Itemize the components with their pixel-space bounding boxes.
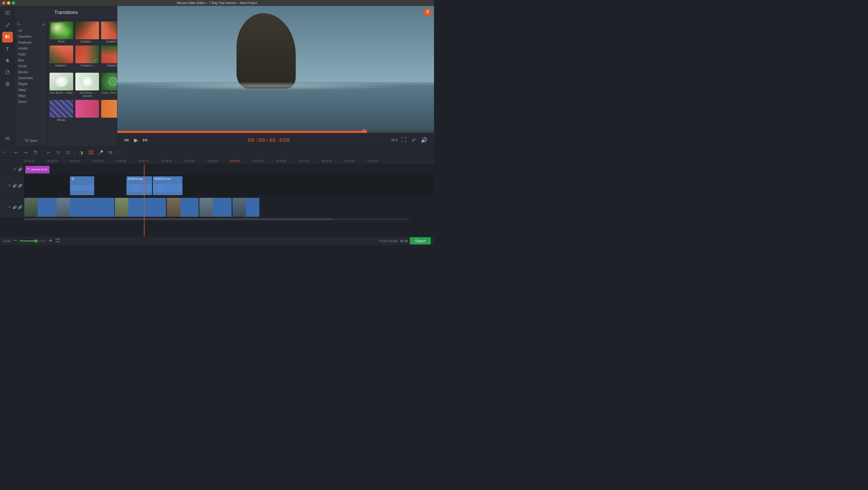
transition-mosaic[interactable]: Mosaic — [50, 100, 73, 122]
maximize-button[interactable] — [12, 1, 15, 5]
export-button[interactable]: Export — [410, 237, 431, 244]
category-blocks[interactable]: Blocks — [15, 69, 47, 75]
title-clip[interactable]: Tᵀ Journey to Ke — [25, 166, 50, 173]
expand-button[interactable]: ⤢ — [410, 136, 417, 144]
fit-to-window-icon[interactable] — [56, 238, 60, 243]
stickers-icon — [5, 69, 10, 76]
transition-flash[interactable]: Flash — [50, 22, 73, 44]
transition-kb-sharp[interactable]: Ken Burns – sharp — [50, 73, 73, 98]
search-close-icon[interactable]: ✕ — [42, 23, 45, 27]
window-controls[interactable] — [2, 1, 15, 5]
clip-thumb-bdmv1 — [24, 198, 38, 217]
main-clip-bdmv9[interactable]: BDMV9.mov — [167, 198, 198, 217]
tool-titles[interactable]: T — [2, 44, 13, 54]
main-track-link-icon[interactable]: 🔗 — [18, 205, 22, 209]
redo-button[interactable]: ↪ — [22, 148, 30, 157]
category-all[interactable]: All — [15, 28, 47, 34]
scale-thumb[interactable] — [34, 239, 37, 242]
timeline-scrollbar-thumb[interactable] — [24, 218, 333, 220]
transition-more2[interactable] — [101, 100, 117, 122]
cut-button[interactable]: ✂ — [44, 148, 53, 157]
transition-lens-center[interactable]: Lens – from center — [101, 73, 117, 98]
scale-decrease-icon[interactable] — [14, 238, 18, 243]
main-track-audio-icon[interactable]: 🔊 — [13, 205, 17, 209]
fullscreen-button[interactable]: ⛶ — [400, 136, 408, 144]
transition-label-kb-sharp: Ken Burns – sharp — [50, 91, 73, 94]
category-wipe[interactable]: Wipe — [15, 93, 47, 99]
transition-gradient-down[interactable]: ↓ Gradient ↓ — [50, 46, 73, 70]
color-button[interactable]: ◑ — [77, 148, 86, 157]
main-clip-bdmv2[interactable]: BDMV2.mov — [57, 198, 114, 217]
transition-thumb-gradient-ur: ↗ — [101, 46, 117, 63]
main-clip-bdmv1[interactable]: BDMV1.mov — [24, 198, 57, 217]
settings-button[interactable]: ⚙ — [106, 148, 115, 157]
minimize-button[interactable] — [7, 1, 10, 5]
transition-gradient-right[interactable]: → Gradient → — [101, 22, 117, 44]
playback-bar: ⏮ ▶ ⏭ 00:00:46.600 16:9 ⛶ ⤢ 🔊 — [117, 133, 434, 146]
tool-audio[interactable] — [2, 134, 13, 144]
scale-slider[interactable] — [20, 240, 46, 241]
image-button[interactable] — [87, 148, 95, 157]
tool-filters[interactable] — [2, 79, 13, 90]
tool-transitions[interactable] — [2, 32, 13, 42]
help-button[interactable]: ? — [424, 9, 431, 16]
transition-thumb-gradient-left: ← — [75, 22, 99, 39]
category-featured[interactable]: Featured — [15, 39, 47, 46]
title-track-visibility-icon[interactable]: 👁 — [13, 168, 17, 172]
transition-row-2: ↓ Gradient ↓ ↙ Gradient ↙ — [50, 46, 115, 70]
tool-magic[interactable] — [2, 20, 13, 31]
upper-clip-bdmv12[interactable]: BDMV12.mov — [153, 176, 182, 195]
play-button[interactable]: ▶ — [133, 136, 139, 144]
category-geometric[interactable]: Geometric — [15, 75, 47, 81]
main-clip-bdmv5[interactable]: BDMV5.mov — [115, 198, 166, 217]
delete-button[interactable] — [31, 148, 40, 157]
tool-media[interactable] — [2, 8, 13, 19]
upper-track-link-icon[interactable]: 🔗 — [18, 183, 22, 188]
clip-thumb-bdmv2 — [57, 198, 70, 217]
volume-button[interactable]: 🔊 — [420, 136, 429, 144]
category-zoom[interactable]: Zoom — [15, 99, 47, 105]
more-button[interactable]: ⫶ — [116, 148, 124, 157]
skip-start-button[interactable]: ⏮ — [123, 136, 130, 144]
category-ripple[interactable]: Ripple — [15, 81, 47, 87]
main-clip-bdmv15[interactable]: BDMV15.mov — [199, 198, 232, 217]
category-blur[interactable]: Blur — [15, 57, 47, 63]
upper-video-track: 👁 🔊 🔗 Bl BDMV6.mov — [0, 175, 434, 197]
main-track-visibility-icon[interactable]: 👁 — [8, 205, 11, 209]
title-track-link-icon[interactable]: 🔗 — [18, 168, 22, 172]
transition-kb-smooth[interactable]: Ken Burns – smooth — [75, 73, 99, 98]
transition-gradient-left[interactable]: ← Gradient ← — [75, 22, 99, 44]
project-length-text: Project length: — [380, 239, 399, 242]
upper-clip-bl[interactable]: Bl — [70, 176, 94, 195]
crop-button[interactable]: ⊡ — [64, 148, 72, 157]
ruler-mark-15: 00:00:15 — [93, 160, 116, 163]
category-circle[interactable]: Circle — [15, 63, 47, 69]
scale-increase-icon[interactable] — [49, 238, 53, 243]
category-favorites[interactable]: Favorites — [15, 34, 47, 39]
transition-more1[interactable] — [75, 100, 99, 122]
category-warp[interactable]: Warp — [15, 87, 47, 93]
store-button[interactable]: Store — [15, 137, 47, 144]
tool-effects[interactable] — [2, 55, 13, 66]
transition-thumb-mosaic — [50, 100, 73, 118]
category-fade[interactable]: Fade — [15, 51, 47, 57]
skip-end-button[interactable]: ⏭ — [142, 136, 149, 144]
transition-gradient-ur[interactable]: ↗ Gradient ↗ — [101, 46, 117, 70]
main-clip-bdmv16[interactable]: BDMV16.m — [232, 198, 259, 217]
audio-record-button[interactable]: 🎤 — [96, 148, 105, 157]
upper-track-audio-icon[interactable]: 🔊 — [13, 183, 17, 188]
transition-label-mosaic: Mosaic — [57, 118, 66, 122]
category-artistic[interactable]: Artistic — [15, 46, 47, 51]
timeline-scrollbar[interactable] — [24, 218, 410, 220]
tool-stickers[interactable] — [2, 67, 13, 78]
transition-gradient-dl[interactable]: ↙ Gradient ↙ — [75, 46, 99, 70]
rotate-button[interactable]: ↻ — [54, 148, 63, 157]
title-track: 👁 🔗 Tᵀ Journey to Ke — [0, 164, 434, 175]
upper-clip-bdmv6[interactable]: BDMV6.mov — [126, 176, 152, 195]
transition-row-3: Ken Burns – sharp Ken Burns – smooth — [50, 73, 115, 98]
upper-track-visibility-icon[interactable]: 👁 — [8, 183, 11, 188]
add-track-button[interactable]: + — [2, 149, 7, 156]
undo-button[interactable]: ↩ — [12, 148, 21, 157]
preview-progress[interactable] — [117, 131, 434, 133]
close-button[interactable] — [2, 1, 5, 5]
